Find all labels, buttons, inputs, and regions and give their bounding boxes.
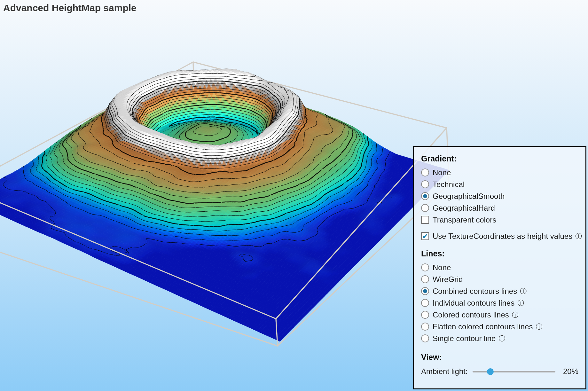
radio-label: None xyxy=(433,263,451,272)
gradient-section-label: Gradient: xyxy=(421,154,578,163)
radio-icon[interactable] xyxy=(421,323,429,331)
info-icon[interactable]: ⓘ xyxy=(536,322,543,331)
radio-lines-individual-contours[interactable]: Individual contours lines ⓘ xyxy=(421,297,578,309)
radio-lines-colored-contours[interactable]: Colored contours lines ⓘ xyxy=(421,309,578,321)
radio-lines-wiregrid[interactable]: WireGrid xyxy=(421,273,578,285)
radio-lines-none[interactable]: None xyxy=(421,262,578,273)
radio-gradient-geographical-smooth[interactable]: GeographicalSmooth xyxy=(421,190,578,202)
radio-label: Combined contours lines xyxy=(433,287,517,296)
radio-icon[interactable] xyxy=(421,180,429,188)
radio-label: Individual contours lines xyxy=(433,299,514,308)
radio-icon[interactable] xyxy=(421,311,429,319)
checkbox-label: Transparent colors xyxy=(433,215,496,224)
info-icon[interactable]: ⓘ xyxy=(498,334,505,343)
radio-label: None xyxy=(433,168,451,177)
radio-icon[interactable] xyxy=(421,299,429,307)
radio-label: GeographicalSmooth xyxy=(433,192,505,201)
radio-gradient-technical[interactable]: Technical xyxy=(421,178,578,190)
info-icon[interactable]: ⓘ xyxy=(517,299,524,308)
radio-icon[interactable] xyxy=(421,275,429,283)
radio-label: Technical xyxy=(433,180,465,189)
view-section-label: View: xyxy=(421,353,578,362)
radio-lines-single-contour[interactable]: Single contour line ⓘ xyxy=(421,332,578,344)
info-icon[interactable]: ⓘ xyxy=(520,287,527,296)
checkbox-icon[interactable] xyxy=(421,216,429,224)
radio-label: GeographicalHard xyxy=(433,204,495,213)
radio-icon[interactable] xyxy=(421,263,429,271)
radio-label: Colored contours lines xyxy=(433,310,509,319)
page-title: Advanced HeightMap sample xyxy=(3,3,137,13)
checkbox-checked-icon[interactable]: ✔ xyxy=(421,232,429,240)
heightmap-viewport: Advanced HeightMap sample Gradient: None… xyxy=(0,0,588,391)
checkbox-transparent-colors[interactable]: Transparent colors xyxy=(421,214,578,226)
ambient-light-value: 20% xyxy=(561,367,578,376)
radio-gradient-geographical-hard[interactable]: GeographicalHard xyxy=(421,202,578,214)
slider-thumb[interactable] xyxy=(487,368,494,375)
settings-panel: Gradient: None Technical GeographicalSmo… xyxy=(413,146,586,389)
radio-label: WireGrid xyxy=(433,275,463,284)
info-icon[interactable]: ⓘ xyxy=(575,232,582,241)
radio-icon[interactable] xyxy=(421,334,429,342)
radio-selected-icon[interactable] xyxy=(421,287,429,295)
info-icon[interactable]: ⓘ xyxy=(512,310,519,319)
radio-label: Single contour line xyxy=(433,334,496,343)
checkbox-use-texturecoordinates[interactable]: ✔ Use TextureCoordinates as height value… xyxy=(421,230,578,242)
lines-section-label: Lines: xyxy=(421,249,578,258)
ambient-light-slider[interactable] xyxy=(473,368,555,375)
radio-label: Flatten colored contours lines xyxy=(433,322,533,331)
ambient-light-label: Ambient light: xyxy=(421,367,467,376)
radio-gradient-none[interactable]: None xyxy=(421,167,578,178)
radio-icon[interactable] xyxy=(421,168,429,176)
radio-lines-flatten-colored-contours[interactable]: Flatten colored contours lines ⓘ xyxy=(421,321,578,332)
ambient-light-row: Ambient light: 20% xyxy=(421,365,578,378)
radio-selected-icon[interactable] xyxy=(421,192,429,200)
radio-icon[interactable] xyxy=(421,204,429,212)
slider-track[interactable] xyxy=(473,371,555,372)
checkbox-label: Use TextureCoordinates as height values xyxy=(433,232,572,241)
radio-lines-combined-contours[interactable]: Combined contours lines ⓘ xyxy=(421,285,578,297)
